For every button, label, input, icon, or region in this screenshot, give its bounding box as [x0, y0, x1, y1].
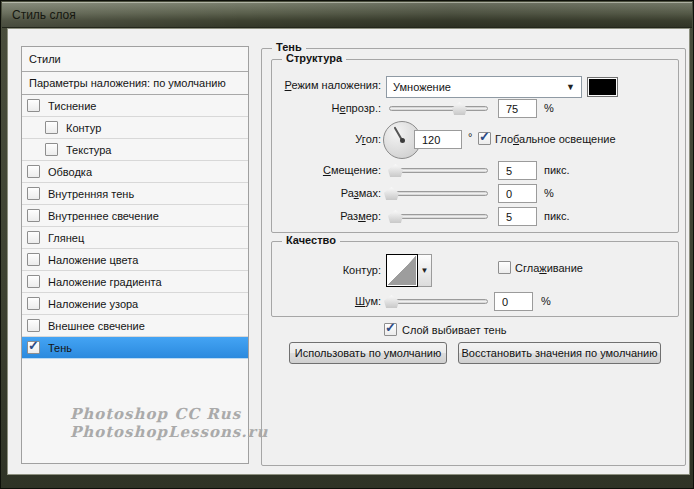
contour-picker-label: Контур:: [261, 264, 381, 276]
sidebar-item-label: Внутреннее свечение: [48, 210, 159, 222]
opacity-label: Непрозр.:: [261, 102, 381, 114]
title-bar[interactable]: Стиль слоя: [2, 2, 692, 28]
watermark-line2: PhotoshopLessons.ru: [70, 423, 268, 441]
size-label: Размер:: [261, 210, 381, 222]
opacity-unit: %: [544, 102, 554, 114]
watermark-line1: Photoshop CC Rus: [70, 405, 268, 423]
blending-options-label: Параметры наложения: по умолчанию: [29, 77, 226, 89]
chevron-down-icon[interactable]: ▼: [418, 254, 432, 287]
sidebar-item-label: Наложение узора: [48, 298, 138, 310]
layer-knocks-out-label: Слой выбивает тень: [402, 324, 507, 336]
sidebar-item-inner-shadow[interactable]: Внутренняя тень: [22, 183, 248, 205]
watermark: Photoshop CC Rus PhotoshopLessons.ru: [70, 405, 268, 441]
global-light-label: Глобальное освещение: [495, 133, 616, 145]
spread-slider-track[interactable]: [389, 191, 488, 196]
size-slider-track[interactable]: [389, 214, 488, 219]
styles-list-header[interactable]: Стили: [22, 47, 248, 72]
sidebar-item-pattern-overlay[interactable]: Наложение узора: [22, 293, 248, 315]
distance-input[interactable]: [498, 161, 537, 180]
global-light-checkbox[interactable]: ✓: [478, 132, 491, 145]
sidebar-item-gradient-overlay[interactable]: Наложение градиента: [22, 271, 248, 293]
antialias-label: Сглаживание: [515, 262, 583, 274]
bevel-emboss-checkbox[interactable]: [27, 99, 40, 112]
sidebar-item-label: Глянец: [48, 232, 84, 244]
size-unit: пикс.: [544, 210, 570, 222]
opacity-input[interactable]: [498, 99, 537, 118]
sidebar-item-outer-glow[interactable]: Внешнее свечение: [22, 315, 248, 337]
contour-thumbnail[interactable]: [386, 254, 418, 287]
angle-label: Угол:: [261, 133, 381, 145]
styles-header-label: Стили: [29, 53, 61, 65]
spread-input[interactable]: [498, 184, 537, 203]
layer-style-dialog: Стиль слоя Стили Параметры наложения: по…: [0, 0, 694, 489]
drop-shadow-checkbox[interactable]: ✓: [27, 341, 40, 354]
blend-mode-label: Режим наложения:: [261, 79, 381, 91]
sidebar-item-stroke[interactable]: Обводка: [22, 161, 248, 183]
layer-knocks-out-checkbox[interactable]: ✓: [384, 323, 397, 336]
sidebar-item-label: Тень: [48, 342, 72, 354]
sidebar-item-texture[interactable]: Текстура: [22, 139, 248, 161]
noise-input[interactable]: [494, 292, 533, 311]
sidebar-item-label: Внутренняя тень: [48, 188, 134, 200]
angle-unit: °: [468, 131, 472, 143]
window-title: Стиль слоя: [12, 8, 76, 22]
gradient-overlay-checkbox[interactable]: [27, 275, 40, 288]
sidebar-item-contour[interactable]: Контур: [22, 117, 248, 139]
satin-checkbox[interactable]: [27, 231, 40, 244]
sidebar-item-label: Текстура: [66, 144, 111, 156]
make-default-button[interactable]: Использовать по умолчанию: [289, 342, 447, 364]
antialias-checkbox[interactable]: [498, 261, 511, 274]
contour-checkbox[interactable]: [45, 121, 58, 134]
sidebar-item-color-overlay[interactable]: Наложение цвета: [22, 249, 248, 271]
texture-checkbox[interactable]: [45, 143, 58, 156]
spread-label: Размах:: [261, 187, 381, 199]
noise-label: Шум:: [261, 295, 381, 307]
dialog-content: Стили Параметры наложения: по умолчанию …: [8, 29, 689, 474]
chevron-down-icon: ▼: [566, 82, 575, 92]
noise-slider-track[interactable]: [389, 299, 488, 304]
sidebar-item-label: Внешнее свечение: [48, 320, 145, 332]
check-icon: ✓: [28, 339, 39, 352]
quality-group-title: Качество: [282, 234, 340, 246]
structure-group-title: Структура: [282, 52, 346, 64]
size-input[interactable]: [498, 207, 537, 226]
outer-glow-checkbox[interactable]: [27, 319, 40, 332]
blend-mode-select[interactable]: Умножение ▼: [386, 76, 582, 98]
pattern-overlay-checkbox[interactable]: [27, 297, 40, 310]
sidebar-item-drop-shadow[interactable]: ✓ Тень: [22, 337, 248, 359]
opacity-slider-track[interactable]: [389, 106, 488, 111]
angle-dial-center: [400, 138, 405, 143]
sidebar-item-label: Наложение градиента: [48, 276, 162, 288]
sidebar-item-label: Контур: [66, 122, 101, 134]
check-icon: ✓: [385, 321, 396, 334]
styles-list: Стили Параметры наложения: по умолчанию …: [21, 46, 249, 464]
sidebar-item-label: Наложение цвета: [48, 254, 138, 266]
sidebar-item-label: Тиснение: [48, 100, 96, 112]
reset-to-default-button[interactable]: Восстановить значения по умолчанию: [458, 342, 661, 364]
inner-glow-checkbox[interactable]: [27, 209, 40, 222]
blend-mode-value: Умножение: [393, 81, 451, 93]
distance-label: Смещение:: [261, 164, 381, 176]
stroke-checkbox[interactable]: [27, 165, 40, 178]
angle-input[interactable]: [414, 130, 462, 149]
sidebar-item-bevel-emboss[interactable]: Тиснение: [22, 95, 248, 117]
distance-unit: пикс.: [544, 164, 570, 176]
noise-unit: %: [541, 295, 551, 307]
sidebar-item-label: Обводка: [48, 166, 92, 178]
color-overlay-checkbox[interactable]: [27, 253, 40, 266]
sidebar-item-satin[interactable]: Глянец: [22, 227, 248, 249]
distance-slider-track[interactable]: [389, 168, 488, 173]
shadow-color-swatch[interactable]: [587, 77, 618, 97]
inner-shadow-checkbox[interactable]: [27, 187, 40, 200]
spread-unit: %: [544, 187, 554, 199]
contour-picker[interactable]: ▼: [386, 254, 432, 287]
sidebar-item-inner-glow[interactable]: Внутреннее свечение: [22, 205, 248, 227]
sidebar-item-blending-options[interactable]: Параметры наложения: по умолчанию: [22, 72, 248, 95]
check-icon: ✓: [479, 130, 490, 143]
